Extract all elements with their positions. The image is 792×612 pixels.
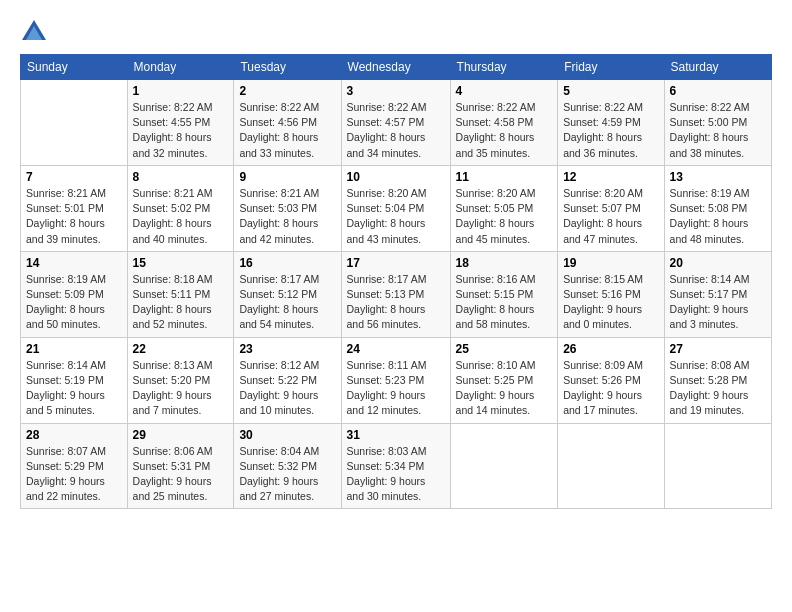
- logo: [20, 18, 50, 46]
- day-info: Sunrise: 8:20 AM Sunset: 5:05 PM Dayligh…: [456, 187, 536, 245]
- day-number: 31: [347, 428, 445, 442]
- calendar-cell: 5Sunrise: 8:22 AM Sunset: 4:59 PM Daylig…: [558, 80, 664, 166]
- calendar-cell: 25Sunrise: 8:10 AM Sunset: 5:25 PM Dayli…: [450, 337, 558, 423]
- day-info: Sunrise: 8:22 AM Sunset: 4:59 PM Dayligh…: [563, 101, 643, 159]
- calendar-cell: 4Sunrise: 8:22 AM Sunset: 4:58 PM Daylig…: [450, 80, 558, 166]
- calendar-cell: 12Sunrise: 8:20 AM Sunset: 5:07 PM Dayli…: [558, 165, 664, 251]
- day-info: Sunrise: 8:22 AM Sunset: 5:00 PM Dayligh…: [670, 101, 750, 159]
- calendar-cell: 7Sunrise: 8:21 AM Sunset: 5:01 PM Daylig…: [21, 165, 128, 251]
- calendar-cell: 3Sunrise: 8:22 AM Sunset: 4:57 PM Daylig…: [341, 80, 450, 166]
- day-number: 3: [347, 84, 445, 98]
- day-info: Sunrise: 8:17 AM Sunset: 5:12 PM Dayligh…: [239, 273, 319, 331]
- day-info: Sunrise: 8:19 AM Sunset: 5:09 PM Dayligh…: [26, 273, 106, 331]
- week-row-1: 1Sunrise: 8:22 AM Sunset: 4:55 PM Daylig…: [21, 80, 772, 166]
- calendar-cell: 27Sunrise: 8:08 AM Sunset: 5:28 PM Dayli…: [664, 337, 771, 423]
- day-info: Sunrise: 8:14 AM Sunset: 5:19 PM Dayligh…: [26, 359, 106, 417]
- day-info: Sunrise: 8:20 AM Sunset: 5:07 PM Dayligh…: [563, 187, 643, 245]
- calendar-cell: 13Sunrise: 8:19 AM Sunset: 5:08 PM Dayli…: [664, 165, 771, 251]
- calendar-cell: 1Sunrise: 8:22 AM Sunset: 4:55 PM Daylig…: [127, 80, 234, 166]
- col-header-tuesday: Tuesday: [234, 55, 341, 80]
- calendar-cell: 6Sunrise: 8:22 AM Sunset: 5:00 PM Daylig…: [664, 80, 771, 166]
- day-info: Sunrise: 8:21 AM Sunset: 5:01 PM Dayligh…: [26, 187, 106, 245]
- calendar-cell: 21Sunrise: 8:14 AM Sunset: 5:19 PM Dayli…: [21, 337, 128, 423]
- logo-icon: [20, 18, 48, 46]
- day-info: Sunrise: 8:22 AM Sunset: 4:55 PM Dayligh…: [133, 101, 213, 159]
- day-number: 7: [26, 170, 122, 184]
- col-header-friday: Friday: [558, 55, 664, 80]
- day-info: Sunrise: 8:10 AM Sunset: 5:25 PM Dayligh…: [456, 359, 536, 417]
- week-row-3: 14Sunrise: 8:19 AM Sunset: 5:09 PM Dayli…: [21, 251, 772, 337]
- week-row-2: 7Sunrise: 8:21 AM Sunset: 5:01 PM Daylig…: [21, 165, 772, 251]
- day-info: Sunrise: 8:19 AM Sunset: 5:08 PM Dayligh…: [670, 187, 750, 245]
- calendar-cell: 24Sunrise: 8:11 AM Sunset: 5:23 PM Dayli…: [341, 337, 450, 423]
- week-row-4: 21Sunrise: 8:14 AM Sunset: 5:19 PM Dayli…: [21, 337, 772, 423]
- calendar-cell: [450, 423, 558, 509]
- day-number: 27: [670, 342, 766, 356]
- day-number: 2: [239, 84, 335, 98]
- col-header-thursday: Thursday: [450, 55, 558, 80]
- calendar-cell: 11Sunrise: 8:20 AM Sunset: 5:05 PM Dayli…: [450, 165, 558, 251]
- calendar-cell: 8Sunrise: 8:21 AM Sunset: 5:02 PM Daylig…: [127, 165, 234, 251]
- day-info: Sunrise: 8:08 AM Sunset: 5:28 PM Dayligh…: [670, 359, 750, 417]
- day-number: 10: [347, 170, 445, 184]
- day-info: Sunrise: 8:21 AM Sunset: 5:03 PM Dayligh…: [239, 187, 319, 245]
- day-info: Sunrise: 8:21 AM Sunset: 5:02 PM Dayligh…: [133, 187, 213, 245]
- calendar-cell: 14Sunrise: 8:19 AM Sunset: 5:09 PM Dayli…: [21, 251, 128, 337]
- calendar-cell: 9Sunrise: 8:21 AM Sunset: 5:03 PM Daylig…: [234, 165, 341, 251]
- day-number: 23: [239, 342, 335, 356]
- calendar-cell: 29Sunrise: 8:06 AM Sunset: 5:31 PM Dayli…: [127, 423, 234, 509]
- day-info: Sunrise: 8:11 AM Sunset: 5:23 PM Dayligh…: [347, 359, 427, 417]
- day-number: 9: [239, 170, 335, 184]
- day-info: Sunrise: 8:17 AM Sunset: 5:13 PM Dayligh…: [347, 273, 427, 331]
- calendar-page: SundayMondayTuesdayWednesdayThursdayFrid…: [0, 0, 792, 519]
- col-header-sunday: Sunday: [21, 55, 128, 80]
- calendar-cell: 20Sunrise: 8:14 AM Sunset: 5:17 PM Dayli…: [664, 251, 771, 337]
- col-header-saturday: Saturday: [664, 55, 771, 80]
- calendar-cell: 15Sunrise: 8:18 AM Sunset: 5:11 PM Dayli…: [127, 251, 234, 337]
- calendar-cell: 10Sunrise: 8:20 AM Sunset: 5:04 PM Dayli…: [341, 165, 450, 251]
- week-row-5: 28Sunrise: 8:07 AM Sunset: 5:29 PM Dayli…: [21, 423, 772, 509]
- day-info: Sunrise: 8:12 AM Sunset: 5:22 PM Dayligh…: [239, 359, 319, 417]
- calendar-table: SundayMondayTuesdayWednesdayThursdayFrid…: [20, 54, 772, 509]
- day-number: 15: [133, 256, 229, 270]
- day-info: Sunrise: 8:04 AM Sunset: 5:32 PM Dayligh…: [239, 445, 319, 503]
- day-info: Sunrise: 8:03 AM Sunset: 5:34 PM Dayligh…: [347, 445, 427, 503]
- calendar-cell: 28Sunrise: 8:07 AM Sunset: 5:29 PM Dayli…: [21, 423, 128, 509]
- day-number: 20: [670, 256, 766, 270]
- day-info: Sunrise: 8:20 AM Sunset: 5:04 PM Dayligh…: [347, 187, 427, 245]
- day-number: 22: [133, 342, 229, 356]
- day-info: Sunrise: 8:16 AM Sunset: 5:15 PM Dayligh…: [456, 273, 536, 331]
- day-info: Sunrise: 8:07 AM Sunset: 5:29 PM Dayligh…: [26, 445, 106, 503]
- day-info: Sunrise: 8:14 AM Sunset: 5:17 PM Dayligh…: [670, 273, 750, 331]
- day-info: Sunrise: 8:15 AM Sunset: 5:16 PM Dayligh…: [563, 273, 643, 331]
- calendar-cell: 19Sunrise: 8:15 AM Sunset: 5:16 PM Dayli…: [558, 251, 664, 337]
- calendar-cell: [664, 423, 771, 509]
- day-number: 11: [456, 170, 553, 184]
- day-number: 13: [670, 170, 766, 184]
- day-number: 4: [456, 84, 553, 98]
- day-number: 12: [563, 170, 658, 184]
- day-number: 26: [563, 342, 658, 356]
- calendar-cell: 31Sunrise: 8:03 AM Sunset: 5:34 PM Dayli…: [341, 423, 450, 509]
- calendar-cell: [558, 423, 664, 509]
- day-number: 25: [456, 342, 553, 356]
- day-number: 6: [670, 84, 766, 98]
- day-number: 18: [456, 256, 553, 270]
- day-info: Sunrise: 8:22 AM Sunset: 4:56 PM Dayligh…: [239, 101, 319, 159]
- day-number: 29: [133, 428, 229, 442]
- day-number: 21: [26, 342, 122, 356]
- day-info: Sunrise: 8:06 AM Sunset: 5:31 PM Dayligh…: [133, 445, 213, 503]
- day-info: Sunrise: 8:22 AM Sunset: 4:57 PM Dayligh…: [347, 101, 427, 159]
- day-number: 1: [133, 84, 229, 98]
- calendar-cell: 26Sunrise: 8:09 AM Sunset: 5:26 PM Dayli…: [558, 337, 664, 423]
- calendar-cell: 30Sunrise: 8:04 AM Sunset: 5:32 PM Dayli…: [234, 423, 341, 509]
- calendar-cell: [21, 80, 128, 166]
- day-number: 24: [347, 342, 445, 356]
- day-info: Sunrise: 8:09 AM Sunset: 5:26 PM Dayligh…: [563, 359, 643, 417]
- day-info: Sunrise: 8:18 AM Sunset: 5:11 PM Dayligh…: [133, 273, 213, 331]
- day-number: 17: [347, 256, 445, 270]
- header-row: SundayMondayTuesdayWednesdayThursdayFrid…: [21, 55, 772, 80]
- col-header-wednesday: Wednesday: [341, 55, 450, 80]
- day-info: Sunrise: 8:13 AM Sunset: 5:20 PM Dayligh…: [133, 359, 213, 417]
- day-number: 8: [133, 170, 229, 184]
